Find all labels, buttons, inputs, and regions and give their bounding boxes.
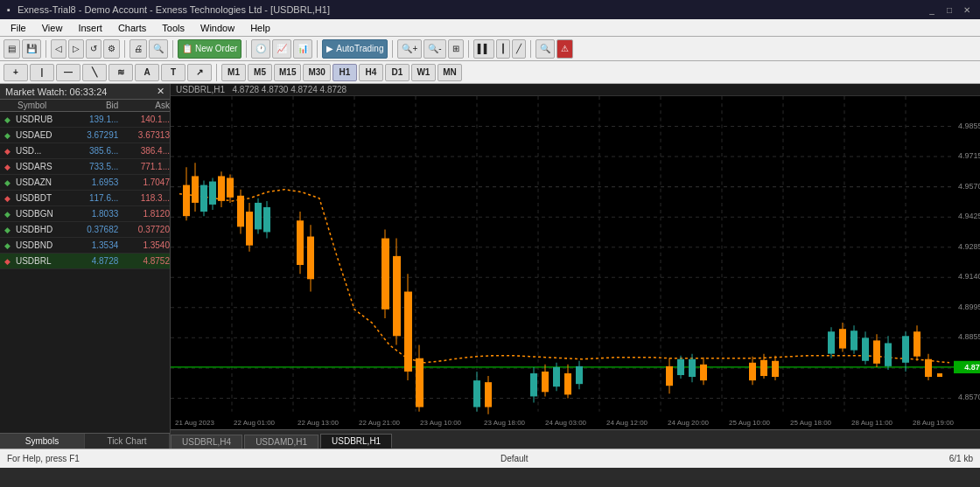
symbol-bid: 1.8033 [70, 209, 122, 219]
menu-window[interactable]: Window [193, 22, 242, 34]
period-h1[interactable]: H1 [332, 64, 357, 81]
market-watch-row[interactable]: ◆ USDARS 733.5... 771.1... [0, 159, 170, 175]
market-watch-row[interactable]: ◆ USDAZN 1.6953 1.7047 [0, 175, 170, 191]
label-tool-button[interactable]: T [161, 64, 186, 81]
market-watch-row[interactable]: ◆ USDAED 3.67291 3.67313 [0, 128, 170, 143]
period-m1[interactable]: M1 [221, 64, 246, 81]
search-button[interactable]: 🔍 [536, 39, 555, 59]
svg-rect-105 [873, 340, 880, 363]
candle-button[interactable]: ┃ [496, 39, 510, 59]
svg-rect-89 [700, 365, 707, 380]
zoom-out-button[interactable]: 🔍- [424, 39, 445, 59]
period-m30[interactable]: M30 [303, 64, 330, 81]
svg-rect-59 [307, 237, 314, 280]
crosshair-tool-button[interactable]: | [30, 64, 54, 81]
tab-usdbrl-h1[interactable]: USDBRL,H1 [320, 434, 392, 449]
svg-text:4.8855: 4.8855 [958, 332, 980, 341]
period-h4[interactable]: H4 [359, 64, 383, 81]
col-symbol-header: Symbol [0, 101, 70, 110]
menu-tools[interactable]: Tools [155, 22, 192, 34]
svg-rect-69 [473, 380, 480, 407]
cursor-tool-button[interactable]: + [4, 64, 28, 81]
svg-rect-0 [171, 96, 980, 429]
tab-tick-chart[interactable]: Tick Chart [85, 434, 170, 449]
symbol-icon: ◆ [0, 178, 16, 187]
autotrading-button[interactable]: ▶ AutoTrading [322, 39, 388, 59]
text-tool-button[interactable]: A [135, 64, 159, 81]
alert-button[interactable]: ⚠ [556, 39, 573, 59]
zoom-in-button[interactable]: 🔍+ [397, 39, 422, 59]
toolbar1: ▤ 💾 ◁ ▷ ↺ ⚙ 🖨 🔍 📋 New Order 🕐 📈 📊 ▶ Auto… [0, 37, 980, 61]
menu-view[interactable]: View [35, 22, 70, 34]
symbol-name: USDRUB [16, 115, 70, 124]
svg-rect-51 [246, 212, 253, 246]
svg-text:25 Aug 10:00: 25 Aug 10:00 [729, 419, 771, 427]
indicators-button[interactable]: 📊 [293, 39, 312, 59]
status-memory: 6/1 kb [949, 454, 973, 463]
menu-help[interactable]: Help [243, 22, 277, 34]
refresh-button[interactable]: ↺ [86, 39, 102, 59]
period-m5[interactable]: M5 [248, 64, 272, 81]
period-mn[interactable]: MN [438, 64, 462, 81]
menu-charts[interactable]: Charts [111, 22, 153, 34]
forward-button[interactable]: ▷ [68, 39, 84, 59]
tab-usdamd-h1[interactable]: USDAMD,H1 [244, 435, 318, 449]
symbol-name: USDBDT [16, 193, 70, 203]
symbol-ask: 1.7047 [122, 177, 170, 187]
market-watch-row[interactable]: ◆ USDBDT 117.6... 118.3... [0, 191, 170, 206]
svg-rect-53 [255, 203, 262, 229]
back-button[interactable]: ◁ [51, 39, 66, 59]
symbol-name: USDBND [16, 240, 70, 250]
separator5 [317, 40, 318, 58]
bar-chart-button[interactable]: ▌▌ [473, 39, 494, 59]
symbol-name: USDBHD [16, 225, 70, 234]
autotrading-icon: ▶ [326, 44, 333, 53]
history-button[interactable]: 🕐 [251, 39, 270, 59]
col-bid-header: Bid [70, 101, 122, 110]
fib-tool-button[interactable]: ≋ [108, 64, 133, 81]
sys-minimize-button[interactable]: _ [926, 3, 938, 16]
svg-text:4.8728: 4.8728 [964, 363, 980, 372]
svg-rect-61 [382, 239, 389, 310]
open-account-button[interactable]: ▤ [4, 39, 20, 59]
draw-tool-button[interactable]: ╲ [82, 64, 107, 81]
svg-rect-47 [227, 177, 234, 197]
market-watch-row[interactable]: ◆ USDBND 1.3534 1.3540 [0, 238, 170, 254]
sys-close-button[interactable]: ✕ [961, 3, 973, 16]
properties-button[interactable]: ⊞ [448, 39, 464, 59]
print-button[interactable]: 🖨 [130, 39, 147, 59]
save-button[interactable]: 💾 [22, 39, 41, 59]
period-m15[interactable]: M15 [274, 64, 301, 81]
arrow-tool-button[interactable]: ↗ [187, 64, 212, 81]
svg-text:4.9285: 4.9285 [958, 242, 980, 251]
market-watch-title: Market Watch: 06:33:24 [5, 87, 107, 97]
market-watch-row[interactable]: ◆ USD... 385.6... 386.4... [0, 143, 170, 159]
chart-canvas[interactable]: 4.9855 4.9715 4.9570 4.9425 4.9285 4.914… [171, 96, 980, 429]
sys-maximize-button[interactable]: □ [943, 3, 956, 16]
print-preview-button[interactable]: 🔍 [149, 39, 168, 59]
symbol-name: USDAED [16, 130, 70, 140]
market-watch-row[interactable]: ◆ USDRUB 139.1... 140.1... [0, 112, 170, 128]
separator6 [392, 40, 393, 58]
tab-symbols[interactable]: Symbols [0, 434, 85, 449]
menu-insert[interactable]: Insert [71, 22, 109, 34]
market-watch-row[interactable]: ◆ USDBHD 0.37682 0.37720 [0, 222, 170, 238]
new-order-button[interactable]: 📋 New Order [178, 39, 242, 59]
market-watch-row[interactable]: ◆ USDBRL 4.8728 4.8752 [0, 254, 170, 269]
svg-rect-43 [209, 182, 216, 205]
chart-button[interactable]: 📈 [272, 39, 291, 59]
svg-text:28 Aug 19:00: 28 Aug 19:00 [913, 419, 955, 427]
menu-file[interactable]: File [4, 22, 33, 34]
line-tool-button[interactable]: — [56, 64, 80, 81]
line-chart-button[interactable]: ╱ [512, 39, 526, 59]
svg-text:21 Aug 2023: 21 Aug 2023 [175, 419, 214, 427]
symbol-name: USDAZN [16, 177, 70, 187]
market-watch-close[interactable]: ✕ [157, 86, 164, 97]
period-w1[interactable]: W1 [411, 64, 436, 81]
separator4 [246, 40, 247, 58]
period-d1[interactable]: D1 [385, 64, 410, 81]
expert-button[interactable]: ⚙ [103, 39, 120, 59]
tab-usdbrl-h4[interactable]: USDBRL,H4 [171, 435, 242, 449]
market-watch-row[interactable]: ◆ USDBGN 1.8033 1.8120 [0, 206, 170, 222]
account-icon: ▤ [8, 44, 16, 53]
